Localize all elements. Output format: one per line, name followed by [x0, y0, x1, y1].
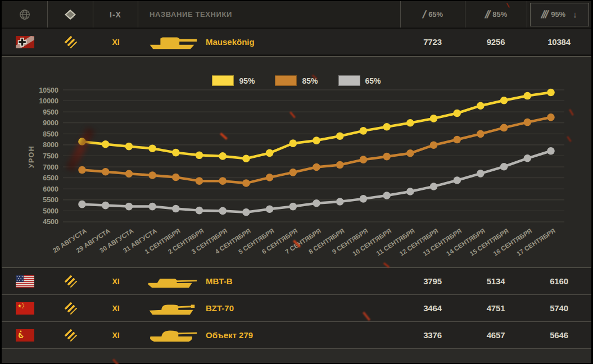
vehicle-row-object-279[interactable]: XI Объект 279 3376 4657 5646: [2, 322, 591, 349]
vehicle-tier: XI: [93, 304, 138, 313]
vehicle-class-icon: [64, 275, 77, 288]
filter-bar: I-X / 65% // 85% /// 95% ↓: [2, 1, 591, 29]
vehicle-name: BZT-70: [206, 303, 400, 313]
svg-text:4500: 4500: [43, 218, 58, 226]
svg-text:7500: 7500: [43, 152, 58, 160]
vehicle-name: MBT-B: [206, 276, 400, 286]
two-slash-icon: //: [485, 8, 489, 21]
svg-text:6500: 6500: [43, 174, 58, 182]
value-65: 3464: [400, 303, 465, 313]
tier-filter-label: I-X: [110, 10, 121, 19]
vehicle-class-icon: [64, 35, 77, 48]
value-85: 4657: [465, 330, 527, 340]
legend-item-95: 95%: [212, 75, 255, 86]
chart-legend: 95% 85% 65%: [2, 75, 591, 86]
bottom-spacer: [2, 349, 591, 358]
vehicle-row-mausekonig[interactable]: XI Mausekönig 7723 9256 10384: [2, 29, 591, 56]
stats-screen: I-X / 65% // 85% /// 95% ↓: [2, 1, 591, 363]
vehicle-tier: XI: [93, 38, 138, 47]
vehicle-row-bzt-70[interactable]: XI BZT-70 3464 4751 5740: [2, 295, 591, 322]
vehicle-name: Mausekönig: [206, 37, 400, 47]
value-95: 5646: [527, 330, 591, 340]
legend-swatch-65: [338, 75, 360, 86]
value-85: 9256: [465, 37, 527, 47]
svg-text:8000: 8000: [43, 141, 58, 149]
svg-text:5500: 5500: [43, 196, 58, 204]
value-65: 3376: [400, 330, 465, 340]
vehicle-row-mbt-b[interactable]: XI MBT-B 3795 5134 6160: [2, 268, 591, 295]
vehicle-class-icon: [64, 329, 77, 342]
svg-text:6000: 6000: [43, 185, 58, 193]
svg-text:10500: 10500: [39, 87, 58, 94]
tier-filter-button[interactable]: I-X: [93, 1, 138, 28]
tank-silhouette-object-279: [145, 327, 199, 344]
flag-germany-icon: [16, 36, 34, 48]
tank-silhouette-mbt-b: [145, 273, 199, 290]
value-85: 5134: [465, 276, 527, 286]
flag-usa-icon: [16, 275, 34, 288]
damage-chart-panel: 95% 85% 65% 1050010000950090008500800075…: [2, 56, 591, 268]
value-65: 7723: [400, 37, 465, 47]
svg-text:9500: 9500: [43, 108, 58, 116]
vehicle-name: Объект 279: [206, 330, 400, 340]
value-65: 3795: [400, 276, 465, 286]
class-filter-button[interactable]: [48, 1, 93, 28]
legend-item-65: 65%: [338, 75, 381, 86]
nation-filter-button[interactable]: [2, 1, 48, 28]
tank-silhouette-bzt-70: [145, 300, 199, 317]
ember-decoration: [112, 358, 119, 364]
svg-text:9000: 9000: [43, 119, 58, 127]
vehicle-search-input[interactable]: [138, 10, 374, 19]
svg-text:8500: 8500: [43, 130, 58, 138]
legend-swatch-95: [212, 75, 234, 86]
vehicle-tier: XI: [93, 277, 138, 286]
tank-silhouette-mausekonig: [145, 34, 199, 51]
svg-text:10000: 10000: [39, 97, 58, 105]
vehicle-tier: XI: [93, 331, 138, 340]
svg-text:УРОН: УРОН: [28, 145, 35, 169]
value-95: 10384: [527, 37, 591, 47]
svg-text:7000: 7000: [43, 163, 58, 171]
three-slash-icon: ///: [541, 8, 547, 21]
column-header-85[interactable]: // 85%: [465, 1, 527, 28]
damage-line-chart: 1050010000950090008500800075007000650060…: [2, 57, 591, 267]
globe-icon: [18, 8, 31, 21]
sort-descending-icon: ↓: [573, 10, 577, 19]
value-85: 4751: [465, 303, 527, 313]
column-header-65[interactable]: / 65%: [400, 1, 465, 28]
diamond-marker-icon: [62, 8, 79, 21]
sort-column-button[interactable]: /// 95% ↓: [530, 3, 589, 26]
flag-china-icon: [16, 302, 34, 315]
legend-item-85: 85%: [275, 75, 318, 86]
vehicle-class-icon: [64, 302, 77, 315]
vehicle-search: [138, 1, 400, 28]
column-header-95: /// 95% ↓: [527, 1, 591, 28]
legend-swatch-85: [275, 75, 297, 86]
value-95: 5740: [527, 303, 591, 313]
one-slash-icon: /: [422, 8, 425, 21]
value-95: 6160: [527, 276, 591, 286]
flag-ussr-icon: [16, 329, 34, 342]
svg-text:5000: 5000: [43, 207, 58, 215]
